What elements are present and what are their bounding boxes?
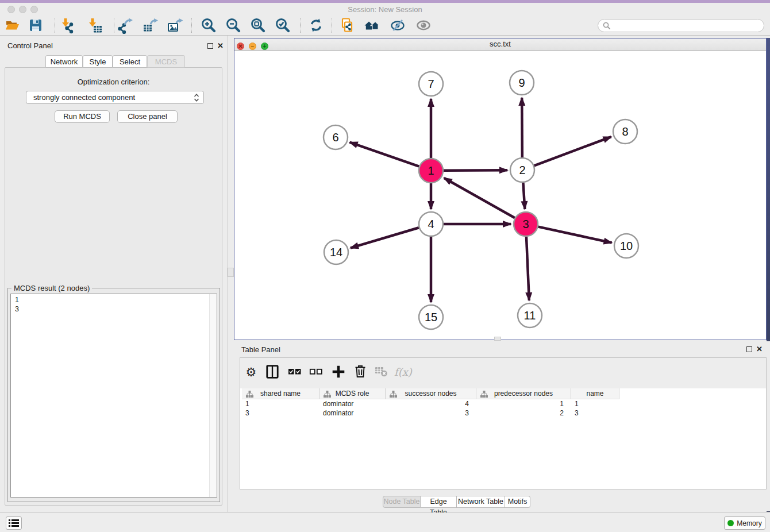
import-table-icon[interactable] — [86, 17, 103, 34]
optimization-label: Optimization criterion: — [5, 78, 222, 86]
tab-style[interactable]: Style — [83, 55, 113, 68]
column-header-name[interactable]: name — [571, 388, 619, 399]
float-panel-icon[interactable] — [207, 43, 213, 49]
zoom-in-icon[interactable] — [200, 17, 217, 34]
import-network-icon[interactable] — [59, 17, 76, 34]
mcds-result-text: 1 3 — [10, 294, 217, 498]
network-minimize-icon[interactable]: − — [249, 43, 256, 50]
refresh-styles-icon[interactable] — [307, 17, 325, 34]
tab-node-table[interactable]: Node Table — [383, 496, 421, 508]
search-box[interactable] — [598, 19, 764, 32]
toolbar-separator — [332, 18, 332, 33]
close-panel-icon[interactable]: ✕ — [217, 43, 224, 49]
graph-edge-4-14[interactable] — [351, 228, 419, 248]
network-close-icon[interactable]: ✕ — [237, 43, 244, 50]
tab-mcds[interactable]: MCDS — [147, 55, 185, 68]
horizontal-splitter-handle[interactable] — [228, 268, 234, 277]
graph-node-6[interactable]: 6 — [324, 125, 348, 149]
graph-node-1[interactable]: 1 — [419, 159, 443, 183]
export-table-icon[interactable] — [142, 17, 159, 34]
network-maximize-icon[interactable]: + — [261, 43, 268, 50]
graph-node-8[interactable]: 8 — [613, 119, 637, 144]
column-header-mcds-role[interactable]: MCDS role — [319, 388, 386, 399]
graph-node-11[interactable]: 11 — [518, 303, 542, 327]
unselect-all-columns-icon[interactable] — [307, 364, 325, 381]
column-header-predecessor-nodes[interactable]: predecessor nodes — [476, 388, 571, 399]
task-history-button[interactable] — [6, 516, 22, 530]
graph-node-4[interactable]: 4 — [419, 212, 443, 236]
control-panel: Control Panel ✕ NetworkStyleSelectMCDS O… — [0, 36, 228, 512]
graph-edge-1-2[interactable] — [444, 170, 507, 171]
graph-edge-2-9[interactable] — [522, 98, 522, 157]
delete-column-trash-icon[interactable] — [352, 364, 369, 381]
column-header-successor-nodes[interactable]: successor nodes — [386, 388, 476, 399]
home-icon[interactable] — [364, 17, 381, 34]
graph-node-14[interactable]: 14 — [324, 240, 348, 264]
save-session-icon[interactable] — [27, 17, 44, 34]
graph-edge-3-1[interactable] — [444, 178, 515, 218]
svg-text:1: 1 — [428, 164, 434, 177]
open-session-icon[interactable] — [4, 17, 21, 34]
network-canvas[interactable]: 1234678910111415 — [234, 51, 766, 340]
column-header-shared-name[interactable]: shared name — [242, 388, 319, 399]
close-table-panel-icon[interactable]: ✕ — [756, 346, 763, 353]
network-title: scc.txt — [234, 40, 766, 48]
graph-edge-1-6[interactable] — [350, 142, 419, 167]
select-all-columns-icon[interactable] — [286, 364, 303, 381]
svg-text:4: 4 — [428, 218, 434, 230]
graph-edge-3-10[interactable] — [538, 227, 611, 243]
svg-text:2: 2 — [519, 164, 525, 176]
memory-label: Memory — [737, 519, 761, 527]
graph-node-7[interactable]: 7 — [419, 72, 443, 96]
column-label: successor nodes — [405, 390, 456, 398]
optimization-dropdown[interactable]: strongly connected component — [26, 91, 204, 104]
graph-node-15[interactable]: 15 — [419, 305, 443, 329]
graph-node-10[interactable]: 10 — [614, 234, 638, 258]
table-row[interactable]: 3dominator323 — [242, 408, 619, 418]
tab-network[interactable]: Network — [45, 55, 83, 68]
float-table-panel-icon[interactable] — [746, 346, 752, 352]
toolbar-separator — [191, 18, 192, 33]
table-cell: 3 — [386, 408, 476, 418]
result-scrollbar[interactable] — [209, 294, 217, 497]
network-window-titlebar[interactable]: ✕−+ scc.txt — [234, 38, 766, 51]
tab-edge-table[interactable]: Edge Table — [421, 496, 457, 508]
table-row[interactable]: 1dominator411 — [242, 399, 619, 408]
show-eye-icon[interactable] — [415, 17, 432, 34]
graph-node-2[interactable]: 2 — [510, 158, 534, 182]
run-mcds-button[interactable]: Run MCDS — [55, 110, 110, 123]
graph-node-3[interactable]: 3 — [514, 212, 538, 236]
graph-node-9[interactable]: 9 — [510, 71, 534, 95]
network-view-window: ✕−+ scc.txt 1234678910111415 — [234, 38, 767, 340]
vertical-splitter-handle[interactable] — [494, 337, 501, 341]
close-panel-button[interactable]: Close panel — [117, 110, 178, 123]
hide-eye-icon[interactable] — [389, 17, 406, 34]
memory-status-dot — [727, 520, 734, 526]
table-settings-gear-icon[interactable]: ⚙ — [242, 364, 260, 381]
tab-select[interactable]: Select — [113, 55, 147, 68]
table-toolbar: ⚙ f(x) — [240, 358, 766, 388]
export-network-icon[interactable] — [117, 17, 134, 34]
table-header-row: shared nameMCDS rolesuccessor nodesprede… — [242, 388, 619, 399]
control-panel-title: Control Panel — [7, 41, 53, 50]
column-label: MCDS role — [336, 390, 369, 398]
memory-button[interactable]: Memory — [724, 516, 765, 530]
status-bar: Memory — [0, 512, 770, 532]
tab-network-table[interactable]: Network Table — [457, 496, 505, 508]
main-toolbar — [0, 16, 770, 36]
column-label: name — [586, 390, 603, 398]
tab-motifs[interactable]: Motifs — [505, 496, 530, 508]
zoom-out-icon[interactable] — [225, 17, 242, 34]
search-input[interactable] — [613, 20, 760, 31]
create-column-plus-icon[interactable] — [330, 364, 347, 381]
zoom-fit-icon[interactable] — [249, 17, 267, 34]
show-column-panel-icon[interactable] — [264, 364, 281, 381]
graph-edge-3-11[interactable] — [526, 237, 529, 300]
export-image-icon[interactable] — [167, 17, 184, 34]
column-label: shared name — [260, 390, 301, 398]
zoom-selected-icon[interactable] — [274, 17, 291, 34]
graph-edge-2-3[interactable] — [523, 183, 525, 209]
clone-network-icon[interactable] — [338, 17, 356, 34]
graph-edge-2-8[interactable] — [534, 137, 611, 165]
dropdown-arrows-icon — [194, 93, 199, 102]
